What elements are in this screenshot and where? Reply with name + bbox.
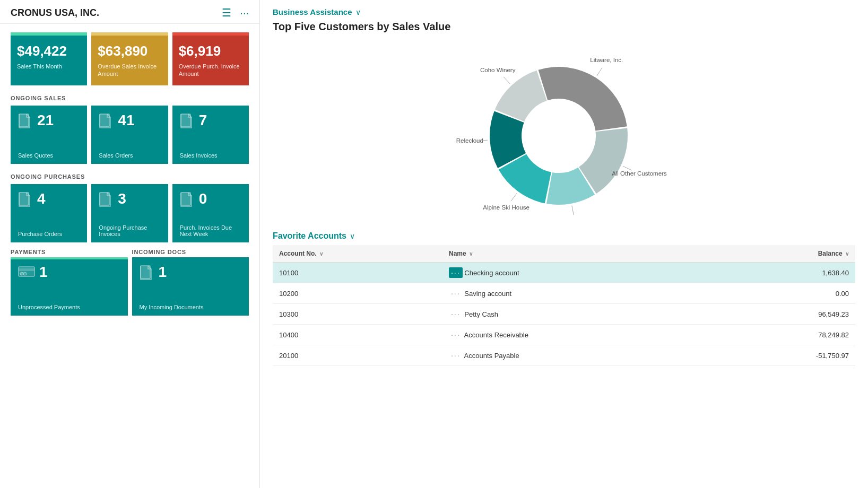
tile-number: 4 [37,191,46,206]
table-row[interactable]: 10200 ··· Saving account 0.00 [273,283,855,304]
business-assistance[interactable]: Business Assistance ∨ [273,0,855,16]
tile-top: 1 [18,265,123,280]
donut-chart: Litware, Inc.All Other CustomersTrey Res… [453,40,675,221]
tile-number: 3 [118,191,126,206]
favorite-accounts-label: Favorite Accounts [273,231,346,241]
chart-title: Top Five Customers by Sales Value [273,16,855,35]
kpi-tile-overdue-sales-invoice[interactable]: $63,890 Overdue Sales Invoice Amount [91,32,168,85]
donut-segment-5 [495,71,547,122]
cell-account-no: 10100 [273,263,442,283]
doc-icon [180,113,195,132]
tile-sales-invoices[interactable]: 7 Sales Invoices [172,106,249,164]
incoming-docs-section-header: INCOMING DOCS [132,249,249,255]
svg-point-9 [23,272,27,275]
cell-balance: 0.00 [718,283,855,304]
tile-sales-orders[interactable]: 41 Sales Orders [91,106,168,164]
ongoing-purchases-tiles: 4 Purchase Orders 3 Ongoing Purchase Inv… [0,182,259,247]
dots-button[interactable]: ··· [449,329,463,340]
tile-label: Purchase Orders [18,231,82,237]
dots-button[interactable]: ··· [449,267,463,278]
tile-my-incoming-documents[interactable]: 1 My Incoming Documents [132,257,249,316]
company-name: CRONUS USA, Inc. [11,7,99,19]
svg-rect-7 [19,268,34,271]
doc-icon [140,265,154,284]
tile-label: Sales Invoices [180,152,244,159]
business-assistance-label: Business Assistance [273,7,352,16]
chart-container: Litware, Inc.All Other CustomersTrey Res… [273,35,855,231]
table-row[interactable]: 10100 ··· Checking account 1,638.40 [273,263,855,283]
doc-icon [18,191,33,211]
left-header: CRONUS USA, Inc. ☰ ··· [0,0,259,24]
ongoing-sales-header: ONGOING SALES [0,90,259,103]
cell-balance: 1,638.40 [718,263,855,283]
ongoing-sales-tiles: 21 Sales Quotes 41 Sales Orders 7 Sales … [0,103,259,168]
cell-balance: 78,249.82 [718,325,855,345]
kpi-amount: $6,919 [179,43,242,59]
donut-label-1: All Other Customers [612,170,667,177]
donut-label-2: Trey Research [555,220,595,221]
sort-icon-balance: ∨ [845,251,849,257]
header-icons: ☰ ··· [222,6,249,19]
more-icon[interactable]: ··· [240,7,249,19]
tile-label: Sales Quotes [18,152,82,159]
table-row[interactable]: 10300 ··· Petty Cash 96,549.23 [273,304,855,325]
col-balance[interactable]: Balance ∨ [718,245,855,263]
cell-dots-name: ··· Petty Cash [442,304,718,325]
favorite-accounts-header[interactable]: Favorite Accounts ∨ [273,231,855,241]
business-assistance-chevron: ∨ [355,8,361,16]
table-row[interactable]: 10400 ··· Accounts Receivable 78,249.82 [273,325,855,345]
cell-dots-name: ··· Accounts Receivable [442,325,718,345]
cell-dots-name: ··· Saving account [442,283,718,304]
tile-top: 7 [180,113,244,132]
dots-button[interactable]: ··· [449,288,463,299]
favorite-accounts: Favorite Accounts ∨ Account No. ∨ Name ∨… [273,231,855,370]
kpi-row: $49,422 Sales This Month $63,890 Overdue… [0,24,259,90]
menu-icon[interactable]: ☰ [222,6,231,19]
tile-top: 4 [18,191,82,211]
cell-account-no: 10200 [273,283,442,304]
tile-ongoing-purch-invoices[interactable]: 3 Ongoing Purchase Invoices [91,184,168,242]
ongoing-purchases-header: ONGOING PURCHASES [0,168,259,182]
col-name[interactable]: Name ∨ [442,245,718,263]
dots-button[interactable]: ··· [449,309,463,319]
kpi-bar [172,32,249,36]
donut-segment-0 [539,67,627,130]
tile-top: 3 [99,191,162,211]
tile-unprocessed-payments[interactable]: 1 Unprocessed Payments [11,257,128,316]
donut-line-3 [511,193,517,201]
kpi-tile-sales-this-month[interactable]: $49,422 Sales This Month [11,32,87,85]
tile-sales-quotes[interactable]: 21 Sales Quotes [11,106,87,164]
tile-label: Ongoing Purchase Invoices [99,224,162,237]
tile-purch-invoices-due[interactable]: 0 Purch. Invoices Due Next Week [172,184,249,242]
payments-section: PAYMENTS 1 Unprocessed Payments [11,249,128,316]
incoming-docs-section: INCOMING DOCS 1 My Incoming Documents [132,249,249,316]
tile-top: 1 [140,265,244,284]
tile-top: 21 [18,113,82,132]
col-account-no[interactable]: Account No. ∨ [273,245,442,263]
cell-account-no: 10400 [273,325,442,345]
cell-dots-name: ··· Checking account [442,263,718,283]
tile-label: Unprocessed Payments [18,304,123,310]
tile-number: 1 [39,265,48,280]
tile-top: 41 [99,113,162,132]
doc-icon [180,191,195,211]
tile-label: Purch. Invoices Due Next Week [180,224,244,237]
svg-point-8 [20,272,23,275]
table-row[interactable]: 20100 ··· Accounts Payable -51,750.97 [273,345,855,366]
donut-label-5: Coho Winery [480,67,516,73]
kpi-tile-overdue-purch-invoice[interactable]: $6,919 Overdue Purch. Invoice Amount [172,32,249,85]
tile-number: 1 [159,265,167,280]
donut-label-3: Alpine Ski House [483,204,530,211]
left-panel: CRONUS USA, Inc. ☰ ··· $49,422 Sales Thi… [0,0,260,488]
accounts-table-body: 10100 ··· Checking account 1,638.40 1020… [273,263,855,366]
payments-section-header: PAYMENTS [11,249,128,255]
tile-purchase-orders[interactable]: 4 Purchase Orders [11,184,87,242]
cell-account-no: 10300 [273,304,442,325]
accounts-table: Account No. ∨ Name ∨ Balance ∨ 10100 ···… [273,245,855,366]
cell-balance: -51,750.97 [718,345,855,366]
dots-button[interactable]: ··· [449,350,463,361]
cell-dots-name: ··· Accounts Payable [442,345,718,366]
kpi-label: Sales This Month [17,63,81,70]
kpi-amount: $63,890 [98,43,161,59]
tile-number: 21 [37,113,54,128]
